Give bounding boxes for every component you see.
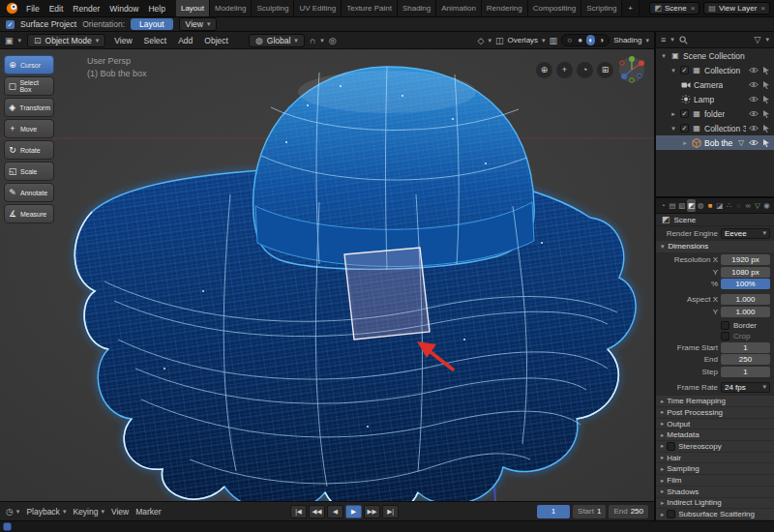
- view-layer-unlink-icon[interactable]: ×: [760, 4, 765, 13]
- tool-measure[interactable]: ∡Measure: [4, 204, 54, 223]
- xray-toggle-icon[interactable]: ▥: [550, 36, 558, 45]
- shading-label[interactable]: Shading: [613, 36, 641, 44]
- outliner-row-camera[interactable]: Camera: [656, 77, 774, 92]
- selectable-arrow-icon[interactable]: [762, 110, 770, 118]
- scene-selector[interactable]: ◩ Scene ×: [649, 2, 700, 15]
- menu-help[interactable]: Help: [143, 2, 169, 15]
- collection-checkbox[interactable]: ✓: [680, 109, 689, 118]
- workspace-tab-compositing[interactable]: Compositing: [528, 0, 581, 16]
- viewport-menu-object[interactable]: Object: [201, 35, 231, 46]
- subsurface-checkbox[interactable]: [667, 510, 675, 518]
- menu-edit[interactable]: Edit: [45, 2, 69, 15]
- shading-material-button[interactable]: ◐: [586, 35, 595, 45]
- properties-tab-world[interactable]: ◍: [697, 199, 705, 212]
- hide-eye-icon[interactable]: [749, 139, 759, 146]
- section-indirect-lighting[interactable]: ▸Indirect Lighting: [656, 498, 774, 509]
- selectable-arrow-icon[interactable]: [762, 139, 770, 147]
- outliner-row-folder[interactable]: ▸ ✓ ▦ folder: [656, 106, 774, 121]
- frame-start-field[interactable]: Start 1: [573, 505, 606, 518]
- render-engine-dropdown[interactable]: Eevee ▾: [721, 228, 770, 239]
- collection-checkbox[interactable]: ✓: [680, 124, 689, 133]
- resolution-y-field[interactable]: 1080 px: [721, 267, 770, 278]
- blender-logo-icon[interactable]: [4, 2, 19, 15]
- properties-tab-object-data[interactable]: ▽: [754, 199, 762, 212]
- selectable-arrow-icon[interactable]: [762, 96, 770, 103]
- section-hair[interactable]: ▸Hair: [656, 453, 774, 463]
- viewport-menu-add[interactable]: Add: [175, 35, 195, 46]
- crop-checkbox[interactable]: [721, 332, 729, 340]
- workspace-tab-sculpting[interactable]: Sculpting: [252, 0, 294, 16]
- shading-solid-button[interactable]: ●: [576, 35, 584, 45]
- expand-icon[interactable]: ▾: [670, 125, 677, 133]
- overlays-toggle-icon[interactable]: ◫: [495, 36, 504, 45]
- menu-file[interactable]: File: [21, 2, 45, 15]
- expand-icon[interactable]: ▸: [681, 139, 689, 147]
- tool-annotate[interactable]: ✎Annotate: [4, 183, 54, 202]
- play-reverse-button[interactable]: ◀: [327, 505, 343, 518]
- stereoscopy-checkbox[interactable]: [667, 442, 675, 451]
- section-metadata[interactable]: ▸Metadata: [656, 429, 774, 440]
- tool-move[interactable]: +Move: [4, 119, 54, 138]
- properties-tab-object[interactable]: ■: [706, 199, 715, 212]
- frame-start-field[interactable]: 1: [721, 342, 770, 353]
- workspace-tab-shading[interactable]: Shading: [398, 0, 436, 16]
- hide-eye-icon[interactable]: [749, 125, 759, 132]
- editor-type-3d-icon[interactable]: ▣: [5, 36, 14, 45]
- marker-menu[interactable]: Marker: [135, 507, 161, 517]
- dimensions-panel-header[interactable]: ▾ Dimensions: [656, 241, 774, 253]
- properties-tab-material[interactable]: ◉: [762, 199, 771, 212]
- outliner-row-lamp[interactable]: Lamp: [656, 92, 774, 106]
- overlays-label[interactable]: Overlays: [508, 36, 539, 44]
- tool-cursor[interactable]: ⊕Cursor: [4, 55, 54, 74]
- shading-wireframe-button[interactable]: ○: [565, 35, 574, 45]
- section-stereoscopy[interactable]: ▸Stereoscopy: [656, 441, 774, 452]
- tool-scale[interactable]: ◱Scale: [4, 162, 54, 181]
- properties-tab-view-layer[interactable]: ▧: [678, 199, 687, 212]
- prev-keyframe-button[interactable]: ◀◀: [309, 505, 325, 518]
- current-frame-field[interactable]: 1: [537, 505, 570, 518]
- section-film[interactable]: ▸Film: [656, 475, 774, 486]
- gizmo-toggle-icon[interactable]: ◇: [478, 36, 485, 45]
- section-time-remapping[interactable]: ▸Time Remapping: [656, 396, 774, 406]
- zoom-icon[interactable]: ⊕: [536, 62, 552, 78]
- workspace-tab-layout[interactable]: Layout: [176, 0, 210, 16]
- filter-icon[interactable]: ▽: [755, 35, 761, 44]
- outliner-row-bob-the-box[interactable]: ▸ Bob the box ▽: [656, 135, 774, 150]
- transform-orientation-dropdown[interactable]: ◍ Global ▾: [249, 34, 305, 47]
- outliner-row-collection[interactable]: ▾ ✓ ▦ Collection: [656, 63, 774, 77]
- section-output[interactable]: ▸Output: [656, 419, 774, 429]
- outliner-row-collection-3[interactable]: ▾ ✓ ▦ Collection 3: [656, 121, 774, 135]
- properties-tab-output[interactable]: ▤: [669, 199, 677, 212]
- expand-icon[interactable]: ▾: [660, 52, 668, 60]
- expand-icon[interactable]: ▸: [670, 110, 677, 118]
- search-icon[interactable]: [679, 36, 688, 44]
- tool-rotate[interactable]: ↻Rotate: [4, 140, 54, 160]
- properties-tab-constraints[interactable]: ∞: [744, 199, 753, 212]
- next-keyframe-button[interactable]: ▶▶: [364, 505, 380, 518]
- tool-select-box[interactable]: ▢Select Box: [4, 76, 54, 96]
- section-sampling[interactable]: ▸Sampling: [656, 463, 774, 474]
- view-dropdown[interactable]: View ▾: [179, 17, 218, 31]
- hide-eye-icon[interactable]: [749, 110, 759, 117]
- section-shadows[interactable]: ▸Shadows: [656, 487, 774, 497]
- selectable-arrow-icon[interactable]: [762, 125, 770, 133]
- selectable-arrow-icon[interactable]: [762, 81, 770, 89]
- border-checkbox[interactable]: [721, 321, 729, 330]
- selectable-arrow-icon[interactable]: [762, 67, 770, 74]
- hide-eye-icon[interactable]: [749, 96, 759, 103]
- resolution-x-field[interactable]: 1920 px: [721, 254, 770, 265]
- properties-tab-modifiers[interactable]: ◪: [716, 199, 725, 212]
- properties-tab-render[interactable]: ◔: [659, 199, 668, 212]
- section-subsurface-scattering[interactable]: ▸Subsurface Scattering: [656, 509, 774, 519]
- grid-toggle-icon[interactable]: ⊞: [597, 62, 613, 78]
- scene-unlink-icon[interactable]: ×: [691, 4, 696, 13]
- properties-tab-scene[interactable]: ◩: [687, 199, 696, 212]
- viewport-menu-view[interactable]: View: [111, 35, 134, 46]
- workspace-tab-texture-paint[interactable]: Texture Paint: [342, 0, 398, 16]
- hide-eye-icon[interactable]: [749, 81, 759, 88]
- tool-transform[interactable]: ◈Transform: [4, 98, 54, 117]
- outliner-display-mode-icon[interactable]: ≡: [661, 35, 666, 44]
- frame-step-field[interactable]: 1: [721, 367, 770, 377]
- menu-render[interactable]: Render: [68, 2, 104, 15]
- aspect-x-field[interactable]: 1.000: [721, 294, 770, 305]
